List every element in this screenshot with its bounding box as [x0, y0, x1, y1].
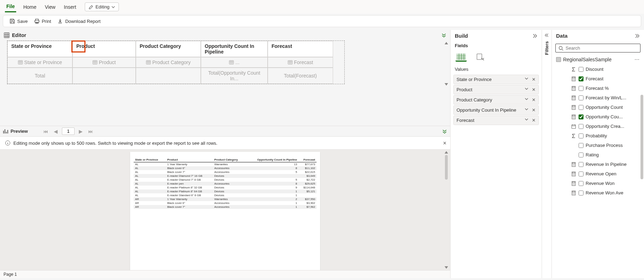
- total-forecast[interactable]: Total(Forecast): [268, 68, 333, 84]
- field-row[interactable]: Revenue Won: [555, 179, 641, 188]
- field-row[interactable]: Revenue Open: [555, 169, 641, 179]
- col-header-state[interactable]: State or Province: [7, 41, 72, 57]
- field-row[interactable]: Discount: [555, 64, 641, 74]
- field-placeholder-oppcount[interactable]: ...: [201, 57, 268, 68]
- field-row[interactable]: Opportunity Cou...: [555, 112, 641, 122]
- scroll-down-icon[interactable]: [445, 83, 448, 86]
- page-input[interactable]: [62, 127, 75, 135]
- chevron-down-icon[interactable]: [525, 77, 528, 82]
- scroll-down-icon[interactable]: [445, 266, 448, 269]
- field-checkbox[interactable]: [579, 133, 584, 138]
- scroll-up-icon[interactable]: [445, 42, 448, 44]
- value-pill[interactable]: Forecast✕: [453, 116, 539, 125]
- editor-scrollbar[interactable]: [443, 41, 449, 87]
- remove-icon[interactable]: ✕: [532, 87, 536, 92]
- collapse-preview-icon[interactable]: [442, 129, 447, 134]
- field-checkbox[interactable]: [579, 76, 584, 81]
- remove-icon[interactable]: ✕: [532, 97, 536, 102]
- menu-home[interactable]: Home: [22, 2, 38, 12]
- expand-filters-icon[interactable]: [544, 33, 549, 38]
- editor-canvas[interactable]: State or Province Product Product Catego…: [0, 41, 450, 87]
- field-checkbox[interactable]: [579, 105, 584, 110]
- dataset-more-button[interactable]: ⋯: [635, 57, 640, 62]
- field-row[interactable]: Purchase Process: [555, 141, 641, 150]
- table-row[interactable]: ARBlack cover 7"Accessories1$7,562: [134, 205, 317, 209]
- dataset-header[interactable]: RegionalSalesSample ⋯: [552, 55, 644, 64]
- menu-view[interactable]: View: [43, 2, 57, 12]
- remove-icon[interactable]: ✕: [532, 118, 536, 123]
- field-row[interactable]: Forecast %: [555, 83, 641, 93]
- menu-file[interactable]: File: [5, 1, 16, 12]
- remove-icon[interactable]: ✕: [532, 107, 536, 113]
- save-button[interactable]: Save: [9, 18, 28, 24]
- table-row[interactable]: ALE-reader Platinum 8" 64 GBDevices1$5,1…: [134, 189, 317, 193]
- data-scrollbar[interactable]: [640, 93, 644, 178]
- field-row[interactable]: Revenue In Pipeline: [555, 160, 641, 169]
- table-row[interactable]: ALE-reader penAccessories8$29,625: [134, 182, 317, 186]
- value-pill[interactable]: State or Province✕: [453, 75, 539, 84]
- scroll-up-icon[interactable]: [445, 151, 448, 154]
- field-checkbox[interactable]: [579, 143, 584, 148]
- design-table[interactable]: State or Province Product Product Catego…: [7, 41, 345, 84]
- preview-scrollbar[interactable]: [443, 150, 449, 270]
- editing-mode-button[interactable]: Editing: [85, 2, 119, 11]
- field-checkbox[interactable]: [579, 172, 584, 176]
- field-row[interactable]: Opportunity Crea...: [555, 122, 641, 131]
- table-row[interactable]: AR1 Year WarrantyWarranties2$37,550: [134, 197, 317, 201]
- table-row[interactable]: ALE-reader Standard 6" 8 GBDevices1: [134, 193, 317, 197]
- table-row[interactable]: ARBlack cover 6"Accessories1$3,902: [134, 201, 317, 205]
- last-page-button[interactable]: ⏭: [87, 128, 95, 135]
- download-button[interactable]: Download Report: [57, 18, 100, 24]
- field-placeholder-product[interactable]: Product: [72, 57, 136, 68]
- next-page-button[interactable]: ▶: [77, 128, 84, 135]
- table-row[interactable]: ALE-reader Diamond 7" 8 GBDevices5$2,722: [134, 178, 317, 182]
- field-row[interactable]: Forecast: [555, 74, 641, 83]
- table-row[interactable]: ALE-reader Platinum 8" 32 GBDevices9$114…: [134, 186, 317, 189]
- field-checkbox[interactable]: [579, 153, 584, 157]
- field-row[interactable]: Revenue Won Ave: [555, 188, 641, 198]
- scroll-thumb[interactable]: [445, 155, 448, 180]
- field-row[interactable]: Rating: [555, 150, 641, 160]
- value-pill[interactable]: Product✕: [453, 85, 539, 94]
- collapse-data-icon[interactable]: [634, 33, 640, 38]
- field-checkbox[interactable]: [579, 114, 584, 119]
- col-header-product[interactable]: Product: [72, 41, 136, 57]
- col-header-category[interactable]: Product Category: [136, 41, 201, 57]
- chevron-down-icon[interactable]: [525, 97, 528, 102]
- table-row[interactable]: ALE-reader Diamond 7" 16 GBDevices$3,649: [134, 174, 317, 178]
- filters-tab[interactable]: Filters: [542, 30, 552, 278]
- field-checkbox[interactable]: [579, 181, 584, 186]
- formula-mode-icon[interactable]: [475, 52, 486, 62]
- field-checkbox[interactable]: [579, 67, 584, 72]
- chevron-down-icon[interactable]: [525, 107, 528, 113]
- prev-page-button[interactable]: ◀: [52, 128, 59, 135]
- field-checkbox[interactable]: [579, 124, 584, 129]
- field-checkbox[interactable]: [579, 86, 584, 91]
- table-row[interactable]: ALBlack cover 6"Accessories8$11,102: [134, 166, 317, 170]
- search-box[interactable]: [555, 44, 640, 52]
- print-button[interactable]: Print: [34, 18, 51, 24]
- field-row[interactable]: Opportunity Count: [555, 102, 641, 112]
- chevron-down-icon[interactable]: [525, 87, 528, 92]
- field-placeholder-state[interactable]: State or Province: [7, 57, 72, 68]
- table-mode-icon[interactable]: [455, 52, 467, 62]
- field-row[interactable]: Probability: [555, 131, 641, 141]
- close-info-button[interactable]: ✕: [443, 141, 447, 146]
- field-row[interactable]: Forecast by Win/L...: [555, 93, 641, 102]
- value-pill[interactable]: Product Category✕: [453, 95, 539, 105]
- col-header-oppcount[interactable]: Opportunity Count In Pipeline: [201, 41, 268, 57]
- collapse-editor-icon[interactable]: [441, 32, 447, 38]
- value-pill[interactable]: Opportunity Count In Pipeline✕: [453, 105, 539, 115]
- chevron-down-icon[interactable]: [525, 118, 528, 123]
- total-label[interactable]: Total: [7, 68, 72, 84]
- table-row[interactable]: AL1 Year WarrantyWarranties13$77,673: [134, 162, 317, 167]
- col-header-forecast[interactable]: Forecast: [268, 41, 333, 57]
- remove-icon[interactable]: ✕: [532, 77, 536, 82]
- search-input[interactable]: [566, 45, 637, 51]
- table-row[interactable]: ALBlack cover 7"Accessories5$22,615: [134, 170, 317, 174]
- first-page-button[interactable]: ⏮: [42, 128, 50, 135]
- scroll-thumb[interactable]: [640, 95, 643, 179]
- menu-insert[interactable]: Insert: [63, 2, 78, 12]
- collapse-build-icon[interactable]: [532, 33, 537, 38]
- field-checkbox[interactable]: [579, 162, 584, 167]
